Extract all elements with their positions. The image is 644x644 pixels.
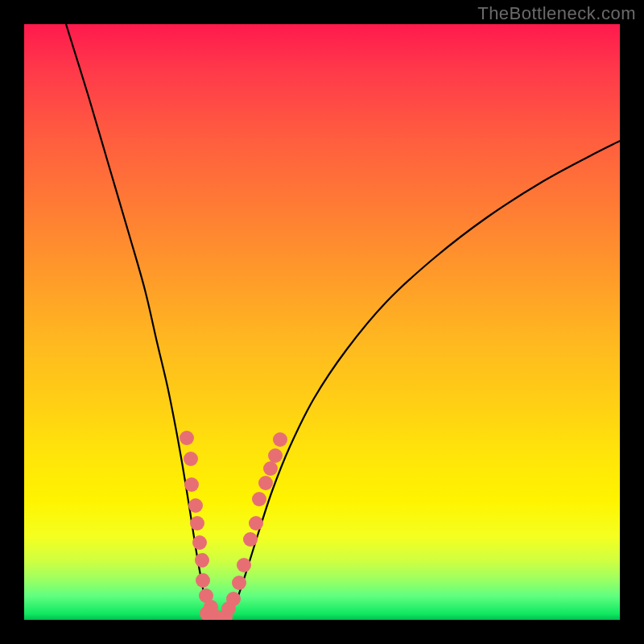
watermark-text: TheBottleneck.com — [477, 3, 636, 24]
outer-frame: TheBottleneck.com — [0, 0, 644, 644]
marker-dot — [237, 558, 251, 572]
marker-dot — [190, 516, 204, 530]
marker-dot — [232, 576, 246, 590]
marker-dot — [195, 553, 209, 568]
marker-dot — [192, 535, 207, 550]
marker-dot — [184, 477, 199, 492]
marker-dot — [180, 431, 194, 445]
marker-dot — [268, 448, 283, 463]
marker-dot — [273, 432, 287, 447]
marker-dot — [243, 532, 258, 547]
marker-dot — [263, 461, 278, 476]
marker-group — [180, 431, 287, 620]
curve-svg — [24, 24, 620, 620]
plot-area — [24, 24, 620, 620]
marker-dot — [188, 498, 203, 513]
marker-dot — [196, 573, 210, 588]
marker-dot — [184, 452, 198, 466]
marker-dot — [258, 476, 273, 490]
marker-dot — [249, 516, 263, 530]
marker-dot — [252, 492, 266, 506]
curve-left — [66, 24, 215, 618]
marker-dot — [226, 592, 241, 606]
curve-right — [225, 141, 620, 618]
